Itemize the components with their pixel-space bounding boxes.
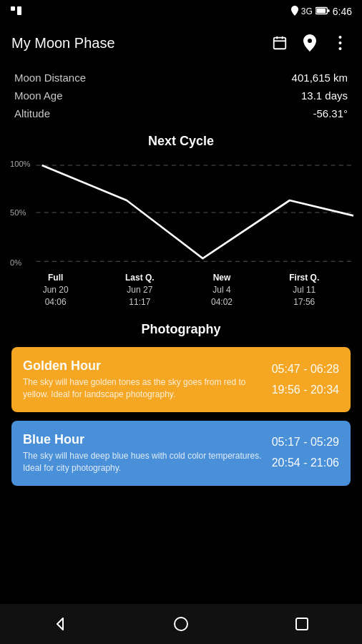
location-status-icon — [291, 6, 298, 18]
blue-hour-title: Blue Hour — [23, 432, 265, 447]
calendar-icon[interactable] — [269, 32, 290, 54]
chart-area: 100% 50% 0% — [7, 155, 355, 269]
chart-labels: Full Jun 20 04:06 Last Q. Jun 27 11:17 N… — [7, 269, 355, 308]
svg-text:100%: 100% — [10, 160, 30, 168]
svg-text:50%: 50% — [10, 208, 26, 217]
svg-rect-1 — [17, 6, 21, 15]
recent-button[interactable] — [288, 610, 316, 638]
blue-hour-info: Blue Hour The sky will have deep blue hu… — [23, 432, 272, 474]
svg-rect-0 — [11, 6, 15, 11]
battery-icon — [315, 6, 330, 17]
golden-hour-info: Golden Hour The sky will have golden ton… — [23, 358, 272, 401]
svg-rect-4 — [328, 9, 330, 12]
svg-point-9 — [338, 36, 341, 39]
location-icon[interactable] — [299, 32, 321, 54]
info-row-age: Moon Age 13.1 days — [14, 87, 348, 104]
blue-hour-card: Blue Hour The sky will have deep blue hu… — [11, 421, 351, 486]
app-bar: My Moon Phase — [0, 23, 362, 63]
back-button[interactable] — [46, 610, 74, 638]
moon-age-label: Moon Age — [14, 89, 63, 102]
altitude-value: -56.31° — [313, 107, 348, 119]
info-section: Moon Distance 401,615 km Moon Age 13.1 d… — [0, 63, 362, 134]
bottom-nav — [0, 604, 362, 644]
app-title: My Moon Phase — [11, 35, 115, 52]
blue-time-1: 05:17 - 05:29 — [272, 432, 339, 453]
svg-point-19 — [175, 618, 187, 630]
svg-point-11 — [338, 47, 341, 50]
phase-full: Full Jun 20 04:06 — [43, 272, 69, 308]
sim-icon — [10, 6, 23, 18]
network-label: 3G — [301, 6, 313, 16]
chart-svg: 100% 50% 0% — [7, 155, 355, 269]
svg-rect-5 — [274, 38, 286, 49]
golden-hour-title: Golden Hour — [23, 358, 265, 374]
svg-marker-18 — [57, 618, 63, 630]
golden-time-1: 05:47 - 06:28 — [272, 359, 339, 380]
svg-point-10 — [338, 42, 341, 44]
altitude-label: Altitude — [14, 107, 50, 119]
svg-rect-3 — [316, 8, 326, 12]
blue-hour-times: 05:17 - 05:29 20:54 - 21:06 — [272, 432, 339, 474]
info-row-distance: Moon Distance 401,615 km — [14, 69, 348, 87]
golden-hour-card: Golden Hour The sky will have golden ton… — [11, 347, 351, 412]
moon-distance-value: 401,615 km — [292, 72, 348, 84]
phase-lastq: Last Q. Jun 27 11:17 — [125, 272, 155, 308]
svg-text:0%: 0% — [10, 258, 21, 266]
more-icon[interactable] — [329, 32, 351, 54]
moon-distance-label: Moon Distance — [14, 72, 86, 84]
time-label: 6:46 — [333, 6, 352, 17]
photography-section: Photography Golden Hour The sky will hav… — [0, 315, 362, 501]
info-row-altitude: Altitude -56.31° — [14, 104, 348, 122]
phase-new: New Jul 4 04:02 — [211, 272, 233, 308]
golden-hour-times: 05:47 - 06:28 19:56 - 20:34 — [272, 359, 339, 401]
home-button[interactable] — [167, 610, 195, 638]
svg-rect-20 — [296, 618, 308, 630]
app-bar-actions — [269, 32, 351, 54]
status-right: 3G 6:46 — [291, 6, 352, 18]
chart-title: Next Cycle — [7, 134, 355, 149]
status-bar: 3G 6:46 — [0, 0, 362, 23]
blue-hour-desc: The sky will have deep blue hues with co… — [23, 450, 265, 474]
chart-section: Next Cycle 100% 50% 0% Full Jun 20 04:06… — [0, 134, 362, 315]
blue-time-2: 20:54 - 21:06 — [272, 453, 339, 474]
phase-firstq: First Q. Jul 11 17:56 — [289, 272, 319, 308]
photography-title: Photography — [11, 322, 351, 337]
golden-time-2: 19:56 - 20:34 — [272, 380, 339, 401]
moon-age-value: 13.1 days — [301, 89, 348, 102]
golden-hour-desc: The sky will have golden tones as the sk… — [23, 376, 265, 401]
